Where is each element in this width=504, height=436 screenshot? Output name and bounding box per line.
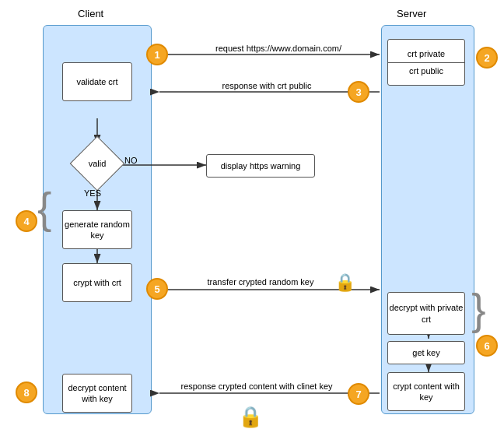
decrypt-content-box: decrypt content with key: [62, 374, 132, 413]
warning-box: display https warning: [206, 154, 315, 178]
badge-3: 3: [348, 81, 369, 103]
lock-icon-2: 🔒: [238, 405, 263, 429]
badge-1: 1: [146, 44, 168, 65]
transfer-label: transfer crypted random key: [175, 277, 346, 287]
crt-private-label: crt private: [388, 46, 464, 62]
crypt-crt-box: crypt with crt: [62, 263, 132, 302]
brace-right: {: [471, 288, 485, 331]
badge-4: 4: [16, 210, 37, 232]
lock-icon-1: 🔒: [334, 272, 355, 293]
yes-label: YES: [84, 188, 101, 198]
badge-5: 5: [146, 278, 168, 300]
badge-8: 8: [16, 382, 37, 403]
client-label: Client: [78, 8, 103, 19]
decrypt-private-box: decrypt with private crt: [387, 292, 465, 335]
diagram-container: Client Server: [0, 0, 504, 436]
badge-7: 7: [348, 383, 369, 405]
server-label: Server: [397, 8, 426, 19]
badge-6: 6: [476, 335, 498, 357]
valid-diamond: valid: [74, 144, 121, 183]
no-label: NO: [124, 156, 138, 165]
generate-key-box: generate random key: [62, 210, 132, 249]
brace-left: {: [37, 187, 51, 230]
badge-2: 2: [476, 47, 498, 69]
response-crt-label: response with crt public: [193, 81, 341, 90]
crypt-content-box: crypt content with key: [387, 372, 465, 411]
get-key-box: get key: [387, 341, 465, 364]
request-label: request https://www.domain.com/: [193, 44, 364, 53]
crt-public-label: crt public: [388, 63, 464, 79]
validate-crt-box: validate crt: [62, 62, 132, 101]
response-content-label: response crypted content with clinet key: [167, 382, 346, 391]
crt-box: crt private crt public: [387, 39, 465, 86]
